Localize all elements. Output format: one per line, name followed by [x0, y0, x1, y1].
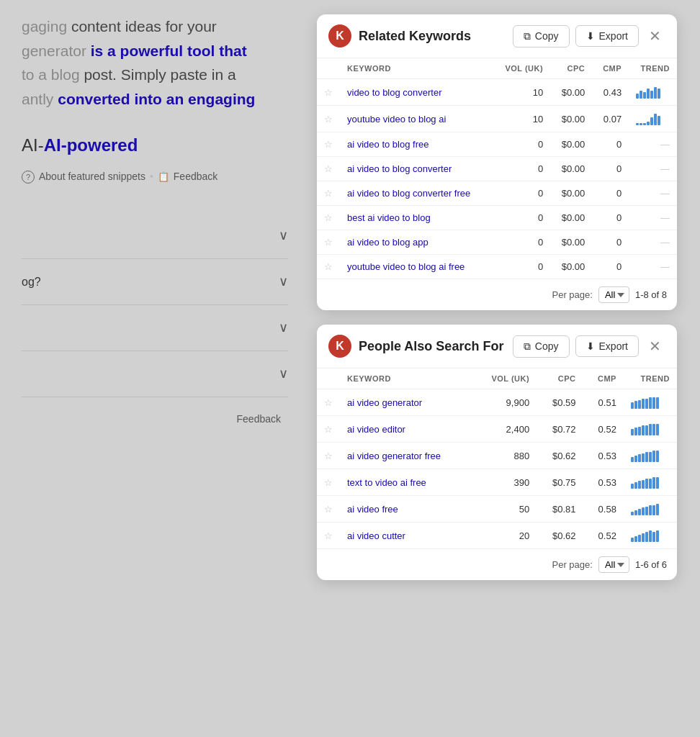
keyword-cell[interactable]: ai video generator — [340, 389, 472, 416]
cmp-cell: 0.53 — [583, 469, 624, 496]
keyword-cell[interactable]: ai video to blog converter free — [340, 181, 493, 206]
ai-powered-text: AI-AI-powered — [22, 132, 288, 158]
panel2-export-button[interactable]: ⬇ Export — [575, 335, 639, 357]
keyword-cell[interactable]: ai video to blog free — [340, 132, 493, 157]
table-row: ☆ ai video to blog converter free 0 $0.0… — [317, 181, 677, 206]
vol-cell: 10 — [493, 106, 550, 132]
star-icon[interactable]: ☆ — [317, 469, 340, 496]
table-row: ☆ youtube video to blog ai free 0 $0.00 … — [317, 255, 677, 279]
cpc-cell: $0.62 — [537, 443, 583, 469]
vol-cell: 10 — [493, 79, 550, 106]
cmp-cell: 0 — [592, 157, 629, 181]
col-keyword-1: KEYWORD — [340, 58, 493, 79]
cmp-cell: 0.52 — [583, 416, 624, 443]
chevron-down-icon-3: ∨ — [279, 318, 288, 338]
vol-cell: 2,400 — [472, 416, 537, 443]
panel2-close-button[interactable]: ✕ — [645, 336, 665, 356]
keyword-cell[interactable]: ai video generator free — [340, 443, 472, 469]
panels-container: K Related Keywords ⧉ Copy ⬇ Export ✕ KE — [310, 7, 684, 587]
keyword-cell[interactable]: text to video ai free — [340, 469, 472, 496]
table-row: ☆ ai video to blog free 0 $0.00 0 — — [317, 132, 677, 157]
star-icon[interactable]: ☆ — [317, 132, 340, 157]
feedback-icon: 📋 — [158, 170, 169, 184]
trend-cell: — — [629, 157, 677, 181]
faq-item-4[interactable]: ∨ — [22, 351, 288, 397]
keyword-cell[interactable]: ai video free — [340, 496, 472, 523]
bg-text-line3: to a blog post. Simply paste in a — [22, 66, 236, 83]
star-icon[interactable]: ☆ — [317, 230, 340, 255]
keyword-cell[interactable]: youtube video to blog ai free — [340, 255, 493, 279]
keyword-cell[interactable]: ai video to blog converter — [340, 157, 493, 181]
trend-cell — [624, 389, 677, 416]
cmp-cell: 0.52 — [583, 523, 624, 549]
trend-cell: — — [629, 230, 677, 255]
help-icon: ? — [22, 171, 35, 184]
keyword-cell[interactable]: ai video to blog app — [340, 230, 493, 255]
cmp-cell: 0.58 — [583, 496, 624, 523]
cpc-cell: $0.72 — [537, 416, 583, 443]
trend-cell: — — [629, 132, 677, 157]
cpc-cell: $0.00 — [550, 181, 592, 206]
panel1-footer: Per page: All 10 25 1-8 of 8 — [317, 279, 677, 310]
panel2-table: KEYWORD VOL (UK) CPC CMP TREND ☆ ai vide… — [317, 368, 677, 549]
star-icon[interactable]: ☆ — [317, 416, 340, 443]
star-icon[interactable]: ☆ — [317, 106, 340, 132]
panel2-actions: ⧉ Copy ⬇ Export ✕ — [513, 335, 665, 358]
cpc-cell: $0.59 — [537, 389, 583, 416]
faq-item-3[interactable]: ∨ — [22, 305, 288, 351]
bg-text-line2: generator is a powerful tool that — [22, 42, 247, 59]
cpc-cell: $0.00 — [550, 206, 592, 230]
star-icon[interactable]: ☆ — [317, 206, 340, 230]
faq-item-1[interactable]: ∨ — [22, 213, 288, 259]
table-row: ☆ ai video generator 9,900 $0.59 0.51 — [317, 389, 677, 416]
col-vol-2: VOL (UK) — [472, 368, 537, 389]
star-icon[interactable]: ☆ — [317, 255, 340, 279]
cpc-cell: $0.00 — [550, 230, 592, 255]
trend-cell — [629, 79, 677, 106]
keyword-cell[interactable]: video to blog converter — [340, 79, 493, 106]
star-icon[interactable]: ☆ — [317, 157, 340, 181]
star-icon[interactable]: ☆ — [317, 389, 340, 416]
cpc-cell: $0.75 — [537, 469, 583, 496]
related-keywords-panel: K Related Keywords ⧉ Copy ⬇ Export ✕ KE — [317, 14, 677, 310]
chevron-down-icon-1: ∨ — [279, 226, 288, 245]
vol-cell: 9,900 — [472, 389, 537, 416]
keyword-cell[interactable]: youtube video to blog ai — [340, 106, 493, 132]
chevron-down-icon-2: ∨ — [279, 272, 288, 291]
panel1-export-button[interactable]: ⬇ Export — [575, 25, 639, 47]
panel1-per-page-label: Per page: — [552, 289, 593, 300]
keyword-cell[interactable]: ai video cutter — [340, 523, 472, 549]
keyword-cell[interactable]: best ai video to blog — [340, 206, 493, 230]
star-icon[interactable]: ☆ — [317, 181, 340, 206]
panel2-title: People Also Search For — [359, 339, 503, 354]
panel2-per-page-select[interactable]: All 10 25 — [598, 556, 629, 573]
panel2-copy-button[interactable]: ⧉ Copy — [513, 335, 570, 358]
panel2-per-page-label: Per page: — [552, 559, 593, 570]
panel1-table: KEYWORD VOL (UK) CPC CMP TREND ☆ video t… — [317, 58, 677, 279]
star-icon[interactable]: ☆ — [317, 523, 340, 549]
chevron-down-icon-4: ∨ — [279, 364, 288, 384]
panel2-footer: Per page: All 10 25 1-6 of 6 — [317, 549, 677, 580]
table-row: ☆ youtube video to blog ai 10 $0.00 0.07 — [317, 106, 677, 132]
star-icon[interactable]: ☆ — [317, 496, 340, 523]
star-icon[interactable]: ☆ — [317, 443, 340, 469]
cpc-cell: $0.00 — [550, 132, 592, 157]
table-row: ☆ ai video generator free 880 $0.62 0.53 — [317, 443, 677, 469]
faq-item-2[interactable]: og? ∨ — [22, 259, 288, 305]
star-icon[interactable]: ☆ — [317, 79, 340, 106]
trend-cell — [624, 496, 677, 523]
panel1-title-area: K Related Keywords — [328, 24, 471, 48]
col-cmp-1: CMP — [592, 58, 629, 79]
copy-icon-1: ⧉ — [524, 30, 531, 42]
vol-cell: 390 — [472, 469, 537, 496]
panel1-page-range: 1-8 of 8 — [635, 289, 667, 300]
trend-cell: — — [629, 206, 677, 230]
panel1-copy-button[interactable]: ⧉ Copy — [513, 25, 570, 48]
panel1-close-button[interactable]: ✕ — [645, 26, 665, 46]
panel1-per-page-select[interactable]: All 10 25 — [598, 286, 629, 303]
col-cpc-2: CPC — [537, 368, 583, 389]
keyword-cell[interactable]: ai video editor — [340, 416, 472, 443]
cpc-cell: $0.00 — [550, 79, 592, 106]
vol-cell: 0 — [493, 132, 550, 157]
vol-cell: 880 — [472, 443, 537, 469]
